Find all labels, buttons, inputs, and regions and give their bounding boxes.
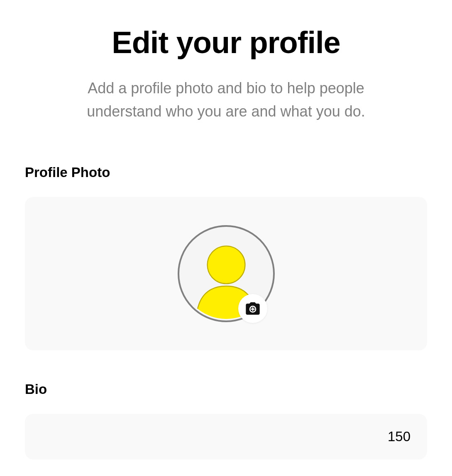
svg-point-1 [207, 246, 245, 284]
page-subtitle: Add a profile photo and bio to help peop… [50, 77, 403, 123]
profile-photo-panel [25, 197, 427, 350]
camera-plus-icon [244, 300, 261, 317]
page-title: Edit your profile [25, 25, 427, 60]
bio-label: Bio [25, 381, 427, 397]
camera-add-badge[interactable] [238, 294, 267, 323]
bio-panel: 150 [25, 414, 427, 459]
bio-input[interactable] [37, 414, 377, 459]
avatar-upload-button[interactable] [178, 225, 275, 322]
profile-photo-label: Profile Photo [25, 165, 427, 180]
bio-char-count: 150 [388, 429, 410, 444]
